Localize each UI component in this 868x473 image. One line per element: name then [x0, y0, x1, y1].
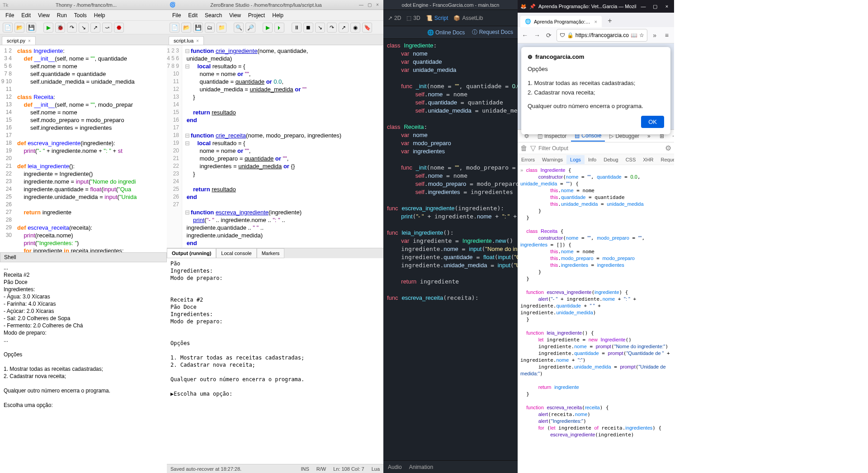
subtab-requests[interactable]: Requests: [657, 155, 674, 164]
find-icon[interactable]: 🔍: [234, 23, 244, 33]
new-file-icon[interactable]: 📄: [3, 23, 13, 33]
settings-icon[interactable]: ⚙: [665, 144, 671, 152]
close-icon[interactable]: ×: [374, 2, 381, 8]
maximize-icon[interactable]: ▢: [651, 4, 660, 9]
step-over-icon[interactable]: ↷: [67, 23, 77, 33]
filter-input[interactable]: [538, 145, 662, 151]
overflow-icon[interactable]: »: [650, 30, 660, 41]
debug-icon[interactable]: 🐞: [55, 23, 65, 33]
firefox-tab[interactable]: 🌐 Aprenda Programação: Vetor ×: [520, 16, 602, 27]
save-icon[interactable]: 💾: [26, 23, 36, 33]
stop-icon[interactable]: ⬣: [114, 23, 124, 33]
subtab-info[interactable]: Info: [585, 155, 600, 164]
tab-3d[interactable]: ⬚ 3D: [406, 15, 420, 21]
thonny-code-area[interactable]: 1 2 3 4 5 6 7 8 9 10 11 12 13 14 15 16 1…: [0, 45, 167, 252]
zerobrane-console[interactable]: Pão Ingredientes: Modo de preparo: Recei…: [167, 258, 383, 464]
bookmark-icon[interactable]: 🔖: [362, 23, 372, 33]
menu-search[interactable]: Search: [201, 12, 226, 19]
replace-icon[interactable]: 🔎: [245, 23, 255, 33]
thonny-tab-script[interactable]: script.py ×: [2, 36, 36, 45]
bookmark-icon[interactable]: ☆: [639, 32, 644, 38]
ok-button[interactable]: OK: [641, 116, 664, 128]
menu-icon[interactable]: ≡: [662, 30, 671, 41]
shield-icon[interactable]: 🛡: [560, 32, 565, 38]
url-input[interactable]: 🛡 🔒 https://francogarcia.co 📖 ☆: [557, 29, 647, 42]
step-into-icon[interactable]: ↘: [315, 23, 325, 33]
request-docs-link[interactable]: ⓘ Request Docs: [472, 28, 513, 36]
save-icon[interactable]: 💾: [193, 23, 203, 33]
tab-local-console[interactable]: Local console: [216, 248, 256, 258]
minimize-icon[interactable]: —: [358, 2, 364, 8]
tab-markers[interactable]: Markers: [257, 248, 285, 258]
step-out-icon[interactable]: ↗: [339, 23, 349, 33]
save-all-icon[interactable]: 🗂: [205, 23, 215, 33]
tab-assetlib[interactable]: 📦 AssetLib: [453, 15, 483, 21]
zerobrane-code[interactable]: ⊟function crie_ingrediente(nome, quantid…: [182, 45, 383, 248]
subtab-xhr[interactable]: XHR: [639, 155, 657, 164]
tab-2d[interactable]: ↗ 2D: [388, 15, 401, 21]
project-icon[interactable]: 📁: [217, 23, 226, 33]
trash-icon[interactable]: 🗑: [520, 144, 528, 152]
debug-run-icon[interactable]: ⏵: [274, 23, 284, 33]
new-tab-button[interactable]: +: [604, 14, 616, 27]
subtab-logs[interactable]: Logs: [566, 155, 585, 164]
online-docs-link[interactable]: 🌐 Online Docs: [427, 29, 465, 36]
tab-script[interactable]: 📜 Script: [426, 15, 448, 21]
forward-icon[interactable]: →: [533, 30, 542, 41]
step-over-icon[interactable]: ↷: [327, 23, 337, 33]
subtab-debug[interactable]: Debug: [600, 155, 622, 164]
stop-icon[interactable]: ⏹: [303, 23, 313, 33]
zerobrane-title: ZeroBrane Studio - /home/franco/tmp/lua/…: [176, 2, 356, 8]
breakpoint-icon[interactable]: ◉: [350, 23, 360, 33]
menu-view[interactable]: View: [226, 12, 245, 19]
run-icon[interactable]: ▶: [43, 23, 53, 33]
menu-run[interactable]: Run: [53, 12, 71, 19]
menu-help[interactable]: Help: [269, 12, 287, 19]
open-file-icon[interactable]: 📂: [14, 23, 24, 33]
tab-audio[interactable]: Audio: [388, 464, 402, 470]
menu-edit[interactable]: Edit: [184, 12, 201, 19]
maximize-icon[interactable]: ▢: [366, 2, 373, 8]
tab-animation[interactable]: Animation: [409, 464, 433, 470]
godot-code[interactable]: class Ingrediente: var nome var quantida…: [383, 39, 518, 460]
godot-titlebar[interactable]: odot Engine - FrancoGarcia.com - main.ts…: [383, 0, 518, 10]
break-icon[interactable]: ⏸: [292, 23, 302, 33]
devtools-console[interactable]: » class Ingrediente { constructor(nome =…: [518, 165, 674, 473]
thonny-title: Thonny - /home/franco/tm...: [8, 2, 164, 8]
subtab-errors[interactable]: Errors: [518, 155, 538, 164]
menu-file[interactable]: File: [169, 12, 184, 19]
close-icon[interactable]: ×: [662, 4, 671, 9]
tab-output[interactable]: Output (running): [167, 248, 216, 258]
firefox-content: ⊕ francogarcia.com Opções 1. Mostrar tod…: [518, 43, 674, 473]
menu-view[interactable]: View: [34, 12, 53, 19]
step-into-icon[interactable]: ↘: [79, 23, 89, 33]
subtab-warnings[interactable]: Warnings: [538, 155, 566, 164]
back-icon[interactable]: ←: [520, 30, 530, 41]
thonny-shell[interactable]: ... Receita #2 Pão Doce Ingredientes: - …: [0, 262, 167, 473]
menu-tools[interactable]: Tools: [71, 12, 90, 19]
menu-file[interactable]: File: [2, 12, 18, 19]
minimize-icon[interactable]: —: [639, 4, 648, 9]
new-file-icon[interactable]: 📄: [170, 23, 179, 33]
zerobrane-code-area[interactable]: 1 2 3 4 5 6 7 8 9 10 11 12 13 14 15 16 1…: [167, 45, 383, 248]
thonny-titlebar[interactable]: Tk Thonny - /home/franco/tm...: [0, 0, 167, 10]
zerobrane-tab-script[interactable]: script.lua ×: [169, 36, 204, 45]
reader-icon[interactable]: 📖: [631, 32, 637, 38]
menu-help[interactable]: Help: [90, 12, 109, 19]
thonny-shell-title[interactable]: Shell: [0, 252, 167, 262]
step-out-icon[interactable]: ↗: [90, 23, 100, 33]
menu-project[interactable]: Project: [245, 12, 269, 19]
resume-icon[interactable]: ⤻: [102, 23, 112, 33]
menu-edit[interactable]: Edit: [18, 12, 34, 19]
thonny-code[interactable]: class Ingrediente: def __init__(self, no…: [14, 45, 167, 252]
close-icon[interactable]: ×: [196, 38, 199, 43]
open-file-icon[interactable]: 📂: [181, 23, 191, 33]
zerobrane-titlebar[interactable]: 🌀 ZeroBrane Studio - /home/franco/tmp/lu…: [167, 0, 383, 10]
close-icon[interactable]: ×: [594, 19, 597, 24]
subtab-css[interactable]: CSS: [622, 155, 640, 164]
reload-icon[interactable]: ⟳: [544, 30, 554, 41]
firefox-titlebar[interactable]: 🦊 📌 Aprenda Programação: Vet...Garcia — …: [518, 0, 674, 13]
close-icon[interactable]: ×: [28, 38, 31, 43]
pin-icon[interactable]: 📌: [529, 4, 536, 9]
run-icon[interactable]: ▶: [263, 23, 273, 33]
